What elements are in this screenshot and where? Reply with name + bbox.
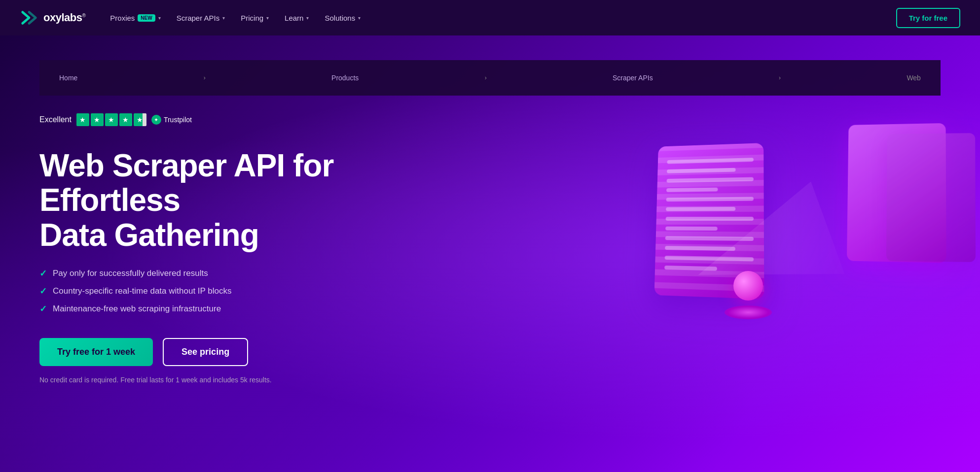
logo-text: oxylabs® [43, 11, 85, 24]
screen-line [667, 177, 754, 183]
breadcrumb-sep-1: › [204, 74, 206, 81]
trustpilot-logo-icon: ✦ [151, 115, 161, 125]
screen-line [666, 197, 754, 202]
breadcrumb-products[interactable]: Products [331, 74, 359, 82]
hero-illustration [595, 138, 941, 394]
hero-content: Web Scraper API for Effortless Data Gath… [39, 138, 941, 394]
hero-left: Web Scraper API for Effortless Data Gath… [39, 148, 360, 384]
logo-icon [20, 8, 38, 27]
navbar: oxylabs® Proxies NEW ▾ Scraper APIs ▾ Pr… [0, 0, 980, 35]
screen-tertiary [886, 133, 976, 262]
star-5: ★ [134, 113, 146, 126]
nav-item-solutions[interactable]: Solutions ▾ [318, 10, 367, 26]
trustpilot-logo: ✦ Trustpilot [151, 115, 192, 125]
illustration-container [615, 123, 960, 389]
nav-item-scraper-apis[interactable]: Scraper APIs ▾ [170, 10, 232, 26]
hero-feature-3: ✓ Maintenance-free web scraping infrastr… [39, 303, 360, 314]
hero-cta: Try free for 1 week See pricing [39, 338, 360, 366]
try-free-button[interactable]: Try free for 1 week [39, 338, 153, 366]
chevron-down-icon: ▾ [266, 15, 269, 21]
breadcrumb: Home › Products › Scraper APIs › Web [39, 60, 941, 96]
nav-item-learn[interactable]: Learn ▾ [278, 10, 316, 26]
chevron-down-icon: ▾ [358, 15, 361, 21]
screen-line [665, 246, 735, 251]
screen-line [666, 188, 718, 192]
hero-feature-1: ✓ Pay only for successfully delivered re… [39, 268, 360, 279]
check-icon-1: ✓ [39, 268, 47, 279]
hero-feature-2: ✓ Country-specific real-time data withou… [39, 286, 360, 297]
illustration-orb-base [725, 305, 772, 319]
star-1: ★ [76, 113, 89, 126]
breadcrumb-sep-3: › [779, 74, 781, 81]
hero-features: ✓ Pay only for successfully delivered re… [39, 268, 360, 314]
trustpilot-rating-label: Excellent [39, 115, 72, 124]
star-2: ★ [91, 113, 104, 126]
illustration-orb [733, 271, 763, 301]
star-4: ★ [119, 113, 132, 126]
screen-line [665, 227, 718, 231]
nav-links: Proxies NEW ▾ Scraper APIs ▾ Pricing ▾ L… [103, 10, 367, 26]
breadcrumb-web: Web [907, 74, 921, 82]
chevron-down-icon: ▾ [222, 15, 225, 21]
chevron-down-icon: ▾ [306, 15, 309, 21]
nav-badge-new: NEW [138, 14, 155, 22]
hero-section: Home › Products › Scraper APIs › Web Exc… [0, 35, 980, 472]
nav-left: oxylabs® Proxies NEW ▾ Scraper APIs ▾ Pr… [20, 8, 367, 27]
screen-line [667, 168, 736, 173]
hero-disclaimer: No credit card is required. Free trial l… [39, 376, 360, 384]
breadcrumb-home[interactable]: Home [59, 74, 77, 82]
hero-title: Web Scraper API for Effortless Data Gath… [39, 148, 360, 252]
trustpilot-stars: ★ ★ ★ ★ ★ [76, 113, 146, 126]
chevron-down-icon: ▾ [158, 15, 161, 21]
nav-try-free-button[interactable]: Try for free [896, 8, 960, 28]
check-icon-3: ✓ [39, 303, 47, 314]
logo[interactable]: oxylabs® [20, 8, 85, 27]
nav-item-proxies[interactable]: Proxies NEW ▾ [103, 10, 167, 26]
screen-line [667, 158, 753, 164]
screen-line [666, 217, 754, 221]
screen-line [666, 207, 735, 211]
see-pricing-button[interactable]: See pricing [163, 338, 248, 366]
nav-item-pricing[interactable]: Pricing ▾ [234, 10, 276, 26]
breadcrumb-sep-2: › [485, 74, 487, 81]
breadcrumb-scraper-apis[interactable]: Scraper APIs [613, 74, 653, 82]
check-icon-2: ✓ [39, 286, 47, 297]
star-3: ★ [105, 113, 118, 126]
